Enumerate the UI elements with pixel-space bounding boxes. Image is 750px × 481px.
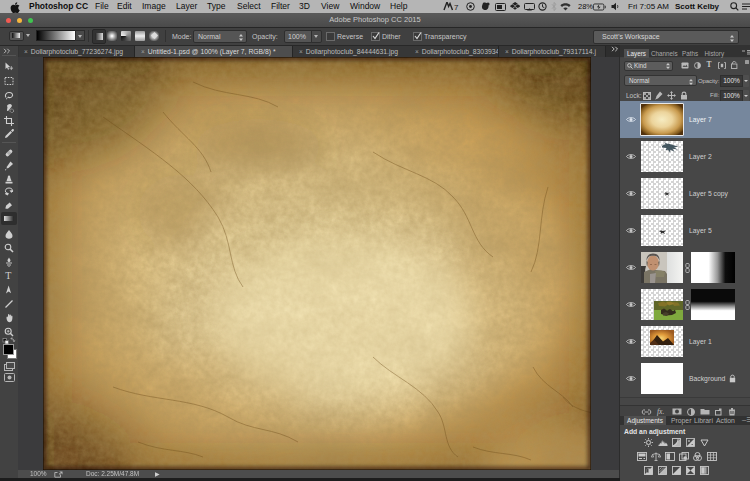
svg-text:7: 7 [454, 3, 459, 11]
svg-text:T: T [5, 270, 11, 281]
